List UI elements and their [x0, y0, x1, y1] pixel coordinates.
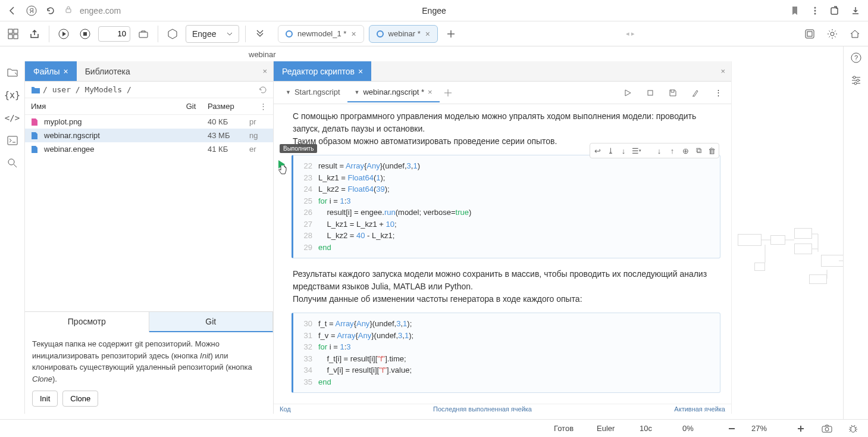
- gear-icon[interactable]: [824, 26, 841, 42]
- svg-rect-2: [66, 9, 71, 13]
- clean-icon[interactable]: [687, 85, 704, 101]
- editor-footer: Код Последняя выполненная ячейка Активна…: [274, 404, 731, 414]
- editor-panel: Редактор скриптов × × ▼ Start.ngscript ▼…: [274, 61, 731, 414]
- tab-webinar[interactable]: webinar * ×: [369, 25, 438, 43]
- url-bar[interactable]: engee.com: [64, 5, 121, 16]
- tab-preview[interactable]: Просмотр: [25, 312, 149, 332]
- export-icon[interactable]: [26, 26, 43, 42]
- code-icon[interactable]: </>: [5, 110, 20, 126]
- run-cell-icon[interactable]: [277, 160, 288, 170]
- bookmark-icon[interactable]: [789, 5, 800, 16]
- copy-icon[interactable]: ⧉: [692, 145, 704, 157]
- terminal-icon[interactable]: [5, 133, 20, 148]
- zoom-out-icon[interactable]: [725, 422, 738, 435]
- tab-newmodel[interactable]: newmodel_1 * ×: [278, 25, 364, 43]
- folder-icon: [31, 86, 40, 94]
- status-ready: Готов: [554, 424, 584, 433]
- save-icon[interactable]: [665, 85, 681, 101]
- code-cell[interactable]: 30f_t = Array{Any}(undef,3,1);31f_v = Ar…: [292, 313, 720, 393]
- close-icon[interactable]: ×: [63, 67, 68, 76]
- reload-icon[interactable]: [45, 5, 56, 16]
- breadcrumb[interactable]: / user / MyModels /: [25, 82, 273, 98]
- collapse-icon[interactable]: [252, 26, 268, 42]
- tab-nav-icon[interactable]: ◂ ▸: [626, 30, 635, 38]
- svg-text:Я: Я: [29, 8, 33, 14]
- git-message: Текущая папка не содержит git репозитори…: [25, 332, 273, 391]
- delete-icon[interactable]: 🗑: [706, 145, 717, 157]
- move-up-icon[interactable]: ↑: [666, 145, 678, 157]
- tab-files[interactable]: Файлы ×: [25, 61, 77, 81]
- file-icon: [31, 132, 40, 140]
- extensions-icon[interactable]: [830, 5, 841, 16]
- help-icon[interactable]: ?: [848, 50, 864, 65]
- zoom-in-icon[interactable]: [794, 422, 807, 435]
- back-icon[interactable]: [7, 5, 18, 16]
- move-down-icon[interactable]: ↓: [653, 145, 665, 157]
- insert-icon[interactable]: ⊕: [679, 145, 691, 157]
- add-tab-icon[interactable]: [440, 85, 456, 101]
- svg-rect-16: [807, 32, 812, 36]
- play-icon[interactable]: [55, 26, 72, 42]
- code-cell[interactable]: 22result = Array{Any}(undef,3,1)23L_kz1 …: [292, 155, 720, 258]
- tab-git[interactable]: Git: [149, 312, 274, 332]
- chevron-down-icon: [227, 32, 233, 36]
- refresh-icon[interactable]: [259, 86, 267, 94]
- folder-icon[interactable]: [5, 65, 20, 80]
- init-button[interactable]: Init: [32, 391, 58, 407]
- svg-point-5: [814, 13, 816, 14]
- sim-time-input[interactable]: [98, 26, 130, 42]
- svg-point-23: [853, 76, 856, 79]
- tab-library[interactable]: Библиотека: [77, 61, 139, 81]
- more-icon[interactable]: [810, 5, 820, 16]
- search-icon[interactable]: [5, 155, 20, 171]
- right-rail: ?: [843, 46, 868, 419]
- add-tab-icon[interactable]: [443, 26, 459, 42]
- hex-icon[interactable]: [164, 26, 181, 42]
- close-icon[interactable]: ×: [425, 29, 430, 39]
- workspace-icon[interactable]: [801, 26, 818, 42]
- bug-icon[interactable]: [847, 422, 860, 435]
- file-tab-webinar[interactable]: ▼ webinar.ngscript * ×: [347, 83, 440, 102]
- svg-point-19: [8, 159, 14, 165]
- file-panel: Файлы × Библиотека × / user / MyModels /…: [25, 61, 274, 414]
- list-icon[interactable]: ☰▾: [631, 145, 643, 157]
- toolbox-icon[interactable]: [135, 26, 152, 42]
- browser-bar: Я engee.com Engee: [0, 0, 868, 21]
- vars-icon[interactable]: {x}: [5, 88, 20, 103]
- panel-close-icon[interactable]: ×: [715, 67, 731, 76]
- camera-icon[interactable]: [820, 422, 833, 435]
- engine-select[interactable]: Engee: [186, 25, 239, 43]
- more-icon[interactable]: ⋮: [710, 85, 726, 101]
- stop-icon[interactable]: [642, 85, 659, 101]
- close-icon[interactable]: ×: [428, 88, 433, 96]
- sliders-icon[interactable]: [848, 73, 864, 88]
- close-icon[interactable]: ×: [351, 29, 356, 39]
- wrap-icon[interactable]: ↩: [591, 145, 603, 157]
- tab-script-editor[interactable]: Редактор скриптов ×: [274, 61, 371, 81]
- file-row[interactable]: myplot.png40 КБpr: [25, 115, 273, 129]
- download-icon[interactable]: [850, 5, 861, 16]
- file-row[interactable]: webinar.ngscript43 МБng: [25, 129, 273, 142]
- yandex-icon[interactable]: Я: [26, 5, 37, 16]
- svg-point-25: [854, 82, 857, 85]
- panel-close-icon[interactable]: ×: [256, 67, 273, 76]
- stop-icon[interactable]: [77, 26, 93, 42]
- apps-icon[interactable]: [5, 26, 21, 42]
- status-solver[interactable]: Euler: [597, 424, 626, 433]
- file-tab-start[interactable]: ▼ Start.ngscript: [278, 83, 347, 102]
- clone-button[interactable]: Clone: [62, 391, 98, 407]
- lock-icon: [64, 5, 75, 16]
- svg-point-28: [851, 426, 856, 432]
- run-below-icon[interactable]: ⤓: [604, 145, 616, 157]
- text-paragraph: Результаты каждого запуска модели можно …: [292, 268, 720, 305]
- download-icon[interactable]: ↓: [618, 145, 629, 157]
- svg-point-17: [831, 32, 834, 36]
- file-icon: [31, 145, 40, 154]
- home-icon[interactable]: [847, 26, 863, 42]
- file-row[interactable]: webinar.engee41 КБer: [25, 142, 273, 156]
- svg-point-24: [857, 79, 859, 82]
- status-zoom: 27%: [751, 424, 781, 433]
- more-icon[interactable]: ⋮: [249, 102, 267, 111]
- run-icon[interactable]: [619, 85, 636, 101]
- close-icon[interactable]: ×: [358, 67, 363, 76]
